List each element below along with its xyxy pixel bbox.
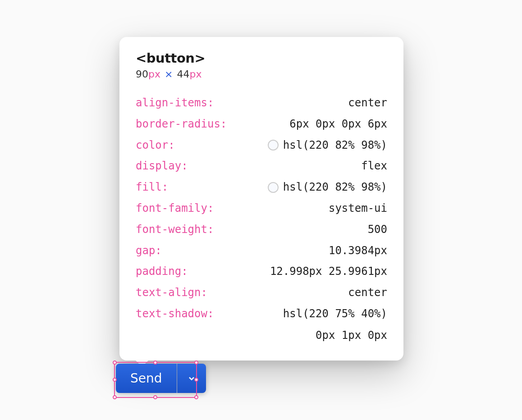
css-property-row: border-radius:6px 0px 0px 6px <box>136 114 387 135</box>
dimension-height-unit: px <box>189 68 201 80</box>
inspector-tooltip: <button> 90px × 44px align-items:centerb… <box>119 37 403 361</box>
css-property-value: system-ui <box>329 198 387 219</box>
css-property-row: text-shadow:hsl(220 75% 40%)0px 1px 0px <box>136 303 387 344</box>
css-property-value: flex <box>361 155 387 177</box>
selection-handle[interactable] <box>113 395 117 399</box>
selection-handle[interactable] <box>194 395 198 399</box>
css-property-value-text: center <box>348 282 387 303</box>
send-dropdown-button[interactable] <box>177 364 206 393</box>
css-property-value: center <box>348 282 387 303</box>
selection-handle[interactable] <box>153 395 157 399</box>
css-property-row: color:hsl(220 82% 98%) <box>136 135 387 156</box>
css-property-name: border-radius: <box>136 114 227 135</box>
css-property-row: align-items:center <box>136 92 387 114</box>
send-button-group: Send <box>116 364 206 393</box>
css-property-row: gap:10.3984px <box>136 240 387 261</box>
css-property-value-text: center <box>348 92 387 114</box>
css-property-name: text-shadow: <box>136 303 214 324</box>
color-swatch-icon <box>268 140 279 151</box>
css-property-value-line: 0px 1px 0px <box>316 327 387 344</box>
css-property-name: fill: <box>136 177 168 198</box>
dimension-width-number: 90 <box>136 68 148 80</box>
dimension-height-number: 44 <box>177 68 189 80</box>
css-property-value: 12.998px 25.9961px <box>270 261 387 282</box>
css-property-value-text: hsl(220 82% 98%) <box>283 177 387 198</box>
css-property-value-text: system-ui <box>329 198 387 219</box>
css-property-value-text: 6px 0px 0px 6px <box>289 114 387 135</box>
css-property-name: color: <box>136 135 175 156</box>
css-property-value: 6px 0px 0px 6px <box>289 114 387 135</box>
css-property-value-text: 500 <box>368 219 387 240</box>
element-tag-label: <button> <box>136 50 387 66</box>
element-dimensions: 90px × 44px <box>136 68 387 80</box>
css-property-name: display: <box>136 155 188 177</box>
css-property-value: center <box>348 92 387 114</box>
css-property-row: fill:hsl(220 82% 98%) <box>136 177 387 198</box>
css-property-value: hsl(220 82% 98%) <box>268 135 387 156</box>
css-properties-list: align-items:centerborder-radius:6px 0px … <box>136 92 387 344</box>
css-property-row: padding:12.998px 25.9961px <box>136 261 387 282</box>
css-property-value: 500 <box>368 219 387 240</box>
chevron-down-icon <box>187 374 196 383</box>
css-property-value-text: 12.998px 25.9961px <box>270 261 387 282</box>
css-property-name: font-weight: <box>136 219 214 240</box>
css-property-value: hsl(220 82% 98%) <box>268 177 387 198</box>
css-property-name: gap: <box>136 240 162 261</box>
dimension-separator: × <box>165 68 173 80</box>
send-button-label: Send <box>130 371 162 386</box>
css-property-value: hsl(220 75% 40%)0px 1px 0px <box>283 303 387 344</box>
css-property-row: font-weight:500 <box>136 219 387 240</box>
css-property-name: align-items: <box>136 92 214 114</box>
css-property-row: text-align:center <box>136 282 387 303</box>
css-property-name: padding: <box>136 261 188 282</box>
css-property-value-text: flex <box>361 155 387 177</box>
css-property-value-text: 10.3984px <box>329 240 387 261</box>
css-property-name: text-align: <box>136 282 207 303</box>
css-property-value: 10.3984px <box>329 240 387 261</box>
css-property-value-line: hsl(220 75% 40%) <box>283 305 387 322</box>
color-swatch-icon <box>268 182 279 193</box>
css-property-value-text: hsl(220 82% 98%) <box>283 135 387 156</box>
send-button[interactable]: Send <box>116 364 177 393</box>
dimension-width-unit: px <box>148 68 160 80</box>
css-property-row: font-family:system-ui <box>136 198 387 219</box>
css-property-name: font-family: <box>136 198 214 219</box>
css-property-row: display:flex <box>136 155 387 177</box>
